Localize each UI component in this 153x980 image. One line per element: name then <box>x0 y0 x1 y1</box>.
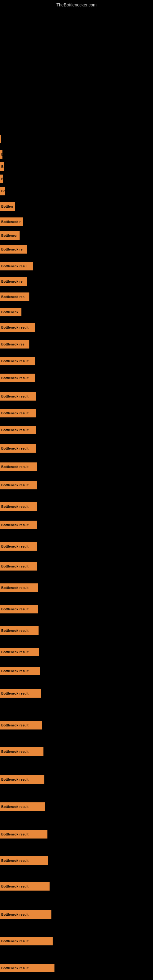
bar-row-39: Bottleneck result <box>0 856 48 865</box>
bar-label-19: Bottleneck result <box>1 411 29 415</box>
bar-row-8: Bottlenec <box>0 231 19 240</box>
bar-row-34: Bottleneck result <box>0 721 42 730</box>
bar-row-3: Bo <box>0 162 4 171</box>
bar-row-17: Bottleneck result <box>0 374 35 382</box>
bar-fill-4: B <box>0 175 3 183</box>
bar-label-32: Bottleneck result <box>1 669 29 673</box>
bar-fill-2: B <box>0 150 2 159</box>
bar-label-12: Bottleneck res <box>1 295 24 299</box>
bar-row-5: Bo <box>0 187 5 196</box>
bar-row-41: Bottleneck result <box>0 910 51 919</box>
bar-label-7: Bottleneck r <box>1 220 21 224</box>
bar-label-10: Bottleneck resul <box>1 264 27 268</box>
bar-fill-43: Bottleneck result <box>0 964 54 972</box>
bar-label-13: Bottleneck <box>1 310 18 314</box>
bar-label-8: Bottlenec <box>1 234 16 237</box>
bar-fill-5: Bo <box>0 187 5 196</box>
bar-label-41: Bottleneck result <box>1 913 29 916</box>
bar-label-2: B <box>1 153 2 156</box>
bar-fill-18: Bottleneck result <box>0 392 36 401</box>
bar-fill-14: Bottleneck result <box>0 323 35 332</box>
bar-fill-33: Bottleneck result <box>0 689 41 698</box>
bar-row-13: Bottleneck <box>0 308 21 317</box>
bar-row-20: Bottleneck result <box>0 426 36 434</box>
bar-row-33: Bottleneck result <box>0 689 41 698</box>
bar-label-4: B <box>1 177 3 181</box>
bar-label-6: Bottlen <box>1 205 13 208</box>
bar-row-12: Bottleneck res <box>0 293 29 301</box>
bar-row-36: Bottleneck result <box>0 775 45 784</box>
bar-label-39: Bottleneck result <box>1 859 29 862</box>
bar-row-32: Bottleneck result <box>0 667 40 675</box>
bar-row-15: Bottleneck res <box>0 340 29 348</box>
bar-label-30: Bottleneck result <box>1 629 29 632</box>
bar-row-29: Bottleneck result <box>0 605 38 613</box>
bar-row-42: Bottleneck result <box>0 937 53 945</box>
bar-label-21: Bottleneck result <box>1 447 29 450</box>
bar-fill-39: Bottleneck result <box>0 856 48 865</box>
bar-fill-29: Bottleneck result <box>0 605 38 613</box>
bar-label-25: Bottleneck result <box>1 523 29 527</box>
bar-fill-16: Bottleneck result <box>0 357 35 365</box>
bar-label-31: Bottleneck result <box>1 650 29 654</box>
bar-label-18: Bottleneck result <box>1 395 29 398</box>
bar-fill-10: Bottleneck resul <box>0 262 33 270</box>
bar-label-3: Bo <box>1 165 4 169</box>
bar-label-29: Bottleneck result <box>1 607 29 611</box>
bar-fill-7: Bottleneck r <box>0 218 23 226</box>
bar-fill-6: Bottlen <box>0 202 15 211</box>
bar-label-16: Bottleneck result <box>1 359 29 363</box>
bar-row-43: Bottleneck result <box>0 964 54 972</box>
bar-label-43: Bottleneck result <box>1 966 29 970</box>
bar-fill-15: Bottleneck res <box>0 340 29 348</box>
bar-label-37: Bottleneck result <box>1 805 29 808</box>
bar-row-35: Bottleneck result <box>0 747 43 756</box>
bar-row-21: Bottleneck result <box>0 444 36 453</box>
bar-fill-11: Bottleneck re <box>0 277 27 286</box>
bar-fill-31: Bottleneck result <box>0 648 39 656</box>
bar-row-10: Bottleneck resul <box>0 262 33 270</box>
bar-row-9: Bottleneck re <box>0 245 27 254</box>
bar-fill-20: Bottleneck result <box>0 426 36 434</box>
bar-row-14: Bottleneck result <box>0 323 35 332</box>
bar-fill-34: Bottleneck result <box>0 721 42 730</box>
bar-fill-36: Bottleneck result <box>0 775 45 784</box>
bar-fill-38: Bottleneck result <box>0 830 48 838</box>
bar-fill-19: Bottleneck result <box>0 409 36 417</box>
bar-row-28: Bottleneck result <box>0 584 38 592</box>
site-title: TheBottlenecker.com <box>56 2 97 7</box>
bar-fill-37: Bottleneck result <box>0 802 45 811</box>
bar-fill-9: Bottleneck re <box>0 245 27 254</box>
bar-fill-12: Bottleneck res <box>0 293 29 301</box>
bar-fill-30: Bottleneck result <box>0 626 38 635</box>
bar-row-31: Bottleneck result <box>0 648 39 656</box>
bar-row-26: Bottleneck result <box>0 542 37 550</box>
bar-label-35: Bottleneck result <box>1 750 29 753</box>
bar-fill-26: Bottleneck result <box>0 542 37 550</box>
bar-fill-42: Bottleneck result <box>0 937 53 945</box>
bar-fill-8: Bottlenec <box>0 231 19 240</box>
bar-row-27: Bottleneck result <box>0 562 37 571</box>
bar-fill-17: Bottleneck result <box>0 374 35 382</box>
bar-label-36: Bottleneck result <box>1 778 29 781</box>
bar-label-5: Bo <box>1 189 5 193</box>
bar-label-22: Bottleneck result <box>1 465 29 469</box>
bar-row-16: Bottleneck result <box>0 357 35 365</box>
bar-label-27: Bottleneck result <box>1 565 29 568</box>
bar-fill-35: Bottleneck result <box>0 747 43 756</box>
bar-label-11: Bottleneck re <box>1 280 22 283</box>
bar-label-24: Bottleneck result <box>1 505 29 508</box>
bar-fill-3: Bo <box>0 162 4 171</box>
bar-row-7: Bottleneck r <box>0 218 23 226</box>
bar-row-6: Bottlen <box>0 202 15 211</box>
bar-row-23: Bottleneck result <box>0 481 37 489</box>
bar-row-2: B <box>0 150 2 159</box>
bar-label-17: Bottleneck result <box>1 376 29 380</box>
bar-fill-24: Bottleneck result <box>0 502 37 511</box>
bar-row-37: Bottleneck result <box>0 802 45 811</box>
bar-label-34: Bottleneck result <box>1 723 29 727</box>
bar-row-38: Bottleneck result <box>0 830 48 838</box>
bar-row-1 <box>0 135 1 143</box>
bar-label-15: Bottleneck res <box>1 342 24 346</box>
bar-row-25: Bottleneck result <box>0 520 37 529</box>
